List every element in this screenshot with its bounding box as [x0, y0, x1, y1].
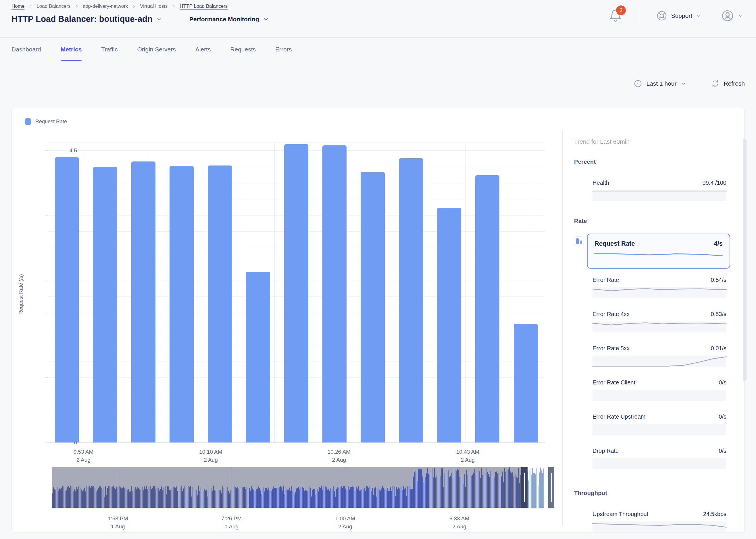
- brush-bar: [302, 487, 303, 508]
- bar[interactable]: [93, 167, 117, 442]
- chart-legend[interactable]: Request Rate: [25, 118, 67, 125]
- brush-bar: [96, 491, 97, 508]
- metric-drop-rate[interactable]: Drop Rate0/s: [592, 448, 726, 469]
- metric-card-request-rate[interactable]: Request Rate4/s: [587, 234, 730, 269]
- brush-handle-right[interactable]: [548, 467, 554, 508]
- metric-error-rate-4xx[interactable]: Error Rate 4xx0.53/s: [592, 311, 726, 333]
- brush-bar: [538, 485, 539, 508]
- tab-origin-servers[interactable]: Origin Servers: [137, 46, 176, 61]
- bar[interactable]: [437, 208, 461, 442]
- metric-health[interactable]: Health99.4 /100: [592, 180, 726, 201]
- brush-bar: [384, 489, 385, 508]
- bar-slot: [316, 143, 354, 442]
- tab-alerts[interactable]: Alerts: [195, 46, 211, 61]
- breadcrumb-item[interactable]: HTTP Load Balancers: [180, 3, 228, 9]
- metric-value: 0/s: [718, 448, 726, 454]
- brush-bar: [140, 490, 141, 508]
- bar[interactable]: [246, 272, 270, 442]
- brush-bar: [304, 491, 305, 508]
- tab-dashboard[interactable]: Dashboard: [12, 46, 41, 61]
- bar-slot: [200, 143, 239, 442]
- brush-bar: [477, 472, 478, 508]
- brush-bar: [203, 491, 204, 508]
- brush-bar: [187, 490, 188, 508]
- breadcrumb-item[interactable]: Load Balancers: [37, 3, 70, 9]
- brush-bar: [371, 491, 372, 508]
- chevron-right-icon: [131, 4, 136, 9]
- brush-bar: [75, 491, 76, 508]
- timeline-brush[interactable]: [52, 467, 555, 508]
- brush-bar: [539, 472, 540, 508]
- notifications-button[interactable]: 2: [609, 8, 622, 23]
- x-tick-date: 2 Aug: [74, 456, 94, 464]
- metric-error-rate-client[interactable]: Error Rate Client0/s: [592, 379, 726, 401]
- brush-bar: [340, 487, 340, 508]
- bar[interactable]: [284, 144, 308, 442]
- chevron-down-icon: [738, 13, 744, 19]
- x-tick-mark: [339, 443, 340, 445]
- brush-handle-left[interactable]: [521, 467, 528, 508]
- brush-bar: [382, 486, 383, 508]
- tab-requests[interactable]: Requests: [230, 46, 256, 61]
- brush-bar: [542, 473, 543, 508]
- bar[interactable]: [514, 324, 538, 442]
- bar[interactable]: [475, 175, 499, 442]
- refresh-button[interactable]: Refresh: [711, 79, 745, 88]
- brush-bar: [89, 486, 90, 508]
- bar[interactable]: [170, 166, 194, 442]
- brush-bar: [331, 488, 331, 508]
- brush-bar: [441, 468, 442, 508]
- metric-error-rate-upstream[interactable]: Error Rate Upstream0/s: [592, 414, 726, 435]
- tab-traffic[interactable]: Traffic: [101, 46, 117, 61]
- brush-bar: [375, 487, 376, 508]
- x-tick-mark: [84, 443, 84, 445]
- bar-slot: [392, 143, 430, 442]
- metric-error-rate[interactable]: Error Rate0.54/s: [592, 277, 726, 298]
- brush-bar: [227, 487, 228, 508]
- brush-bar: [368, 488, 369, 508]
- brush-bar: [502, 472, 503, 508]
- brush-bar: [267, 490, 268, 508]
- bar[interactable]: [208, 166, 232, 442]
- legend-label: Request Rate: [35, 119, 67, 125]
- brush-tick-label: 7:26 PM1 Aug: [221, 514, 242, 531]
- brush-bar: [161, 487, 162, 508]
- chart-type-icon-button[interactable]: [574, 236, 584, 246]
- metric-upstream-throughput[interactable]: Upstream Throughput24.5kbps: [592, 511, 726, 532]
- brush-bar: [512, 472, 513, 508]
- breadcrumb-item[interactable]: Home: [12, 3, 25, 9]
- brush-bar: [444, 473, 445, 508]
- brush-bar: [212, 491, 213, 508]
- bar[interactable]: [399, 158, 423, 442]
- brush-bar: [54, 489, 55, 508]
- brush-bar: [260, 491, 261, 508]
- brush-bar: [472, 475, 473, 508]
- account-menu[interactable]: [721, 9, 744, 23]
- monitoring-view-selector[interactable]: Performance Monitoring: [189, 16, 259, 23]
- breadcrumb-item[interactable]: Virtual Hosts: [140, 3, 168, 9]
- tab-errors[interactable]: Errors: [275, 46, 292, 61]
- brush-bar: [480, 478, 481, 508]
- bar[interactable]: [322, 145, 346, 442]
- brush-bar: [318, 491, 319, 508]
- chevron-down-icon[interactable]: [262, 16, 269, 23]
- metric-error-rate-5xx[interactable]: Error Rate 5xx0.01/s: [592, 345, 726, 367]
- brush-bar: [360, 490, 361, 508]
- support-menu[interactable]: Support: [656, 10, 702, 22]
- brush-bar: [100, 487, 101, 508]
- brush-bar: [81, 489, 82, 508]
- chevron-down-icon[interactable]: [155, 16, 163, 23]
- brush-bar: [402, 490, 403, 508]
- scrollbar-thumb[interactable]: [743, 139, 746, 381]
- bar[interactable]: [55, 157, 79, 442]
- brush-bar: [162, 490, 163, 508]
- bar[interactable]: [131, 162, 155, 442]
- tab-metrics[interactable]: Metrics: [61, 46, 82, 61]
- divider: [562, 131, 563, 526]
- brush-bar: [130, 491, 131, 508]
- y-axis-title: Request Rate (/s): [18, 251, 24, 338]
- y-tick-mark: [45, 345, 48, 345]
- bar[interactable]: [361, 172, 385, 442]
- breadcrumb-item[interactable]: app-delivery-network: [83, 3, 128, 9]
- time-range-picker[interactable]: Last 1 hour: [634, 79, 687, 88]
